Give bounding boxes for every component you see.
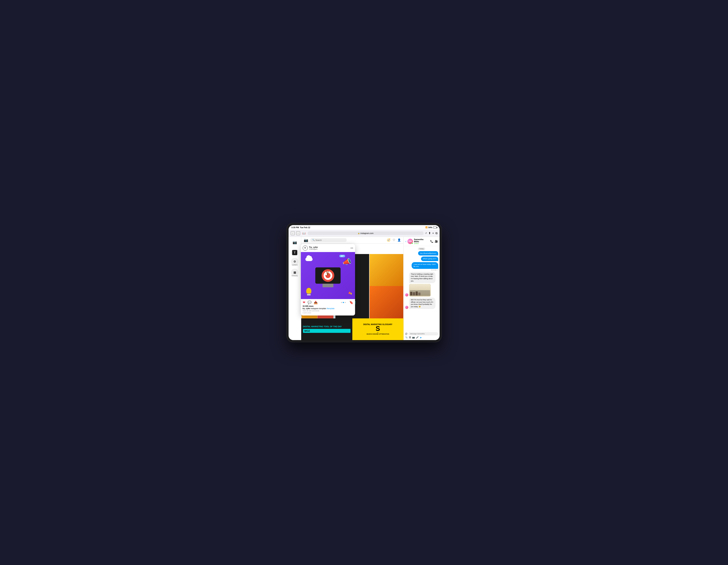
dm-received-avatar-2 [405, 306, 408, 309]
sidebar-item-updates[interactable]: ⚙ Updates [291, 258, 298, 266]
reload-button[interactable]: ↺ [425, 232, 427, 234]
attachment-button[interactable]: 📎 [405, 336, 408, 339]
dm-bubble-1: Hey @samwilljackson! [418, 251, 438, 256]
search-icon: 🔍 [312, 239, 315, 241]
voice-call-button[interactable]: 📞 [430, 240, 433, 243]
dm-msg-3: I was put on leave today. Didn't file on… [412, 262, 438, 271]
url-bar[interactable]: 🔒 instagram.com [308, 231, 424, 235]
date-badge: Today [418, 247, 425, 250]
dm-messages[interactable]: Today Hey @samwilljackson! What's going … [404, 246, 440, 331]
sidebar-item-glossary[interactable]: ▦ Glossary [291, 269, 298, 276]
forward-button[interactable]: › [296, 231, 300, 235]
instagram-logo: 📷 [293, 240, 297, 244]
post-avatar: T [303, 245, 308, 250]
photo-button[interactable]: 🖼 [409, 336, 411, 339]
save-button[interactable]: 🔖 [349, 301, 353, 305]
sidebar-updates-icon[interactable]: T [291, 249, 298, 256]
caption-text: instagram template [311, 308, 327, 310]
moz-banner: DIGITAL MARKETING TOOL OF THE DAY MOZ [301, 319, 352, 340]
post-username: Try_cyfer [309, 246, 318, 248]
post-more-button[interactable]: ••• [351, 246, 353, 249]
dm-input-area: @ 📎 🖼 📷 🎤 ➤ [404, 331, 440, 340]
view-comments-button[interactable]: View all 328 comments [303, 310, 353, 312]
share-post-button[interactable]: 📤 [314, 301, 318, 305]
cloud-body [305, 257, 313, 261]
dm-back-button[interactable]: ‹ [405, 240, 406, 243]
lock-icon: 🔒 [358, 232, 360, 234]
new-tab-button[interactable]: + [432, 231, 434, 235]
ipad-screen: 3:35 PM Tue Feb 12 📶 54% ‹ › 📖 🔒 instagr… [289, 225, 440, 340]
voice-button[interactable]: 🎤 [416, 336, 419, 339]
dm-message-input[interactable] [408, 332, 438, 336]
t-letter: T [294, 251, 296, 254]
dm-bubble-2: What's going on?? [421, 256, 438, 261]
activity-icon[interactable]: ♡ [393, 238, 395, 242]
ig-wordmark: 📷 [304, 238, 308, 242]
moz-title: DIGITAL MARKETING TOOL OF THE DAY [303, 326, 351, 328]
ig-logo-area: 📷 [291, 239, 298, 246]
monitor-illustration [315, 267, 341, 284]
glossary-label: Glossary [291, 275, 298, 276]
grid-item-6[interactable] [370, 286, 403, 319]
like-button[interactable]: ❤ [303, 301, 305, 305]
post-actions: ❤ 💬 📤 🔖 [301, 299, 355, 305]
dm-msg-row-5: Idk if it's true but they said it's offi… [405, 298, 438, 309]
ig-sidebar: 📷 T ⚙ Updates ▦ Glossar [289, 237, 301, 340]
dm-header: ‹ SW Samantha Willis Online 📞 🎥 [404, 237, 440, 246]
dm-received-avatar [405, 293, 408, 297]
dot-2 [343, 302, 344, 303]
post-card: T Try_cyfer Chandigarh ••• [301, 244, 355, 316]
moz-logo: MOZ [303, 329, 351, 333]
dm-at-button[interactable]: @ [405, 332, 408, 335]
video-call-button[interactable]: 🎥 [435, 240, 438, 243]
battery-icon [433, 226, 437, 228]
post-image: 📣 [301, 252, 355, 299]
dm-input-icons: 📎 🖼 📷 🎤 ➤ [405, 336, 438, 339]
send-button[interactable]: ➤ [420, 336, 422, 339]
grid-item-3[interactable] [370, 254, 403, 288]
browser-chrome: ‹ › 📖 🔒 instagram.com ↺ ⬆ + ⧉ [289, 230, 440, 237]
post-dots [341, 302, 346, 303]
post-location: Chandigarh [309, 248, 318, 250]
date: Tue Feb 12 [300, 226, 310, 228]
target-scene: 📣 [301, 252, 355, 299]
camera-button[interactable]: 📷 [412, 336, 415, 339]
wifi-icon: 📶 [425, 226, 428, 228]
dm-msg-1: Hey @samwilljackson! [418, 251, 438, 256]
sidebar-updates[interactable]: T [291, 249, 298, 255]
bookmarks-button[interactable]: 📖 [302, 231, 306, 235]
dot-1 [341, 302, 342, 303]
bullseye-illustration [322, 269, 334, 282]
lightbulb-illustration [306, 288, 311, 296]
dm-avatar-wrap: SW [407, 239, 413, 244]
explore-icon[interactable]: 🧭 [387, 238, 390, 242]
glossary-letter: S [354, 326, 402, 332]
dm-bubble-3: I was put on leave today. Didn't file on… [412, 262, 438, 269]
ig-nav: 📷 🔍 Search 🧭 ♡ 👤 [301, 237, 403, 243]
bulb-glass [306, 288, 311, 294]
url-text: instagram.com [360, 232, 373, 234]
cloud-illustration [304, 256, 313, 261]
dm-photo [409, 284, 431, 297]
caption-hashtag[interactable]: #template [327, 308, 334, 310]
tab-view-button[interactable]: ⧉ [435, 231, 437, 235]
dm-msg-3-time: 8:13 AM ✓ [431, 269, 438, 271]
status-right: 📶 54% [425, 226, 437, 228]
dm-msg-row-4: They're holding a meeting right now. Wai… [405, 272, 438, 297]
status-bar: 3:35 PM Tue Feb 12 📶 54% [289, 225, 440, 230]
dm-contact-name: Samantha Willis [414, 238, 429, 242]
back-button[interactable]: ‹ [291, 231, 295, 235]
share-button[interactable]: ⬆ [428, 231, 431, 235]
ig-nav-icons: 🧭 ♡ 👤 [387, 238, 401, 242]
dm-bubble-4: They're holding a meeting right now. Wai… [409, 272, 435, 283]
updates-label: Updates [292, 264, 298, 266]
ig-lower-content: DIGITAL MARKETING TOOL OF THE DAY MOZ DI… [301, 319, 403, 340]
ig-search-placeholder: Search [315, 239, 322, 241]
comment-button[interactable]: 💬 [308, 301, 312, 305]
dm-msg-2: What's going on?? [421, 256, 438, 261]
profile-icon[interactable]: 👤 [397, 238, 401, 242]
status-left: 3:35 PM Tue Feb 12 [291, 226, 310, 228]
megaphone-illustration: 📣 [342, 257, 351, 266]
dm-panel: ‹ SW Samantha Willis Online 📞 🎥 [403, 237, 440, 340]
ig-search-bar[interactable]: 🔍 Search [310, 238, 347, 242]
